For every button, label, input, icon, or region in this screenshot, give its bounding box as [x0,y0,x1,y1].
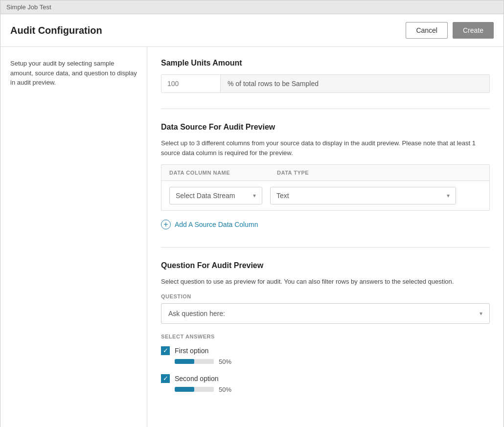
divider-1 [161,109,490,109]
answer-option-2: ✓ Second option 50% [161,374,490,393]
progress-bar-fill-2 [175,387,194,392]
progress-bar-fill-1 [175,359,194,364]
answer-label-2: Second option [175,375,219,382]
checkmark-icon-2: ✓ [163,375,168,382]
type-select-label: Text [276,192,289,200]
question-dropdown[interactable]: Ask question here: ▾ [161,303,490,324]
answer-label-1: First option [175,347,208,355]
progress-bar-bg-2 [175,387,214,392]
type-chevron-icon: ▾ [447,192,450,199]
stream-chevron-icon: ▾ [253,192,256,199]
question-section-desc: Select question to use as preview for au… [161,277,490,287]
answer-row-1: ✓ First option [161,346,490,355]
header: Audit Configuration Cancel Create [0,14,504,47]
question-label: QUESTION [161,293,490,299]
content-area: Setup your audit by selecting sample amo… [0,47,504,427]
progress-row-2: 50% [161,386,490,393]
data-source-section: Data Source For Audit Preview Select up … [161,123,490,231]
header-buttons: Cancel Create [406,22,494,39]
question-placeholder: Ask question here: [168,310,225,317]
add-column-button[interactable]: + Add A Source Data Column [161,218,490,231]
sample-amount-input[interactable] [161,75,220,92]
col-header-type: DATA TYPE [277,170,309,176]
stream-select-label: Select Data Stream [176,192,235,200]
answer-row-2: ✓ Second option [161,374,490,383]
page-title: Audit Configuration [10,25,102,36]
progress-bar-bg-1 [175,359,214,364]
sidebar: Setup your audit by selecting sample amo… [0,47,147,427]
top-bar: Simple Job Test [0,0,504,14]
sample-input-row: % of total rows to be Sampled [161,74,490,93]
stream-select[interactable]: Select Data Stream ▾ [169,187,262,204]
sample-units-title: Sample Units Amount [161,59,490,67]
cancel-button[interactable]: Cancel [406,22,448,39]
data-source-desc: Select up to 3 different columns from yo… [161,138,490,157]
main-content: Sample Units Amount % of total rows to b… [147,47,504,427]
table-data-row: Select Data Stream ▾ Text ▾ [161,181,489,210]
question-section: Question For Audit Preview Select questi… [161,261,490,393]
table-header: DATA COLUMN NAME DATA TYPE [161,165,489,181]
plus-circle-icon: + [161,220,171,229]
create-button[interactable]: Create [453,22,494,39]
add-column-label: Add A Source Data Column [175,221,258,228]
answer-option-1: ✓ First option 50% [161,346,490,365]
progress-pct-2: 50% [219,386,231,393]
col-header-name: DATA COLUMN NAME [169,170,267,176]
sample-units-section: Sample Units Amount % of total rows to b… [161,59,490,93]
progress-row-1: 50% [161,358,490,365]
progress-pct-1: 50% [219,358,231,365]
sample-unit-label: % of total rows to be Sampled [220,75,489,92]
app-container: Simple Job Test Audit Configuration Canc… [0,0,504,427]
checkmark-icon-1: ✓ [163,347,168,354]
data-source-table: DATA COLUMN NAME DATA TYPE Select Data S… [161,164,490,211]
sidebar-description: Setup your audit by selecting sample amo… [10,59,137,88]
divider-2 [161,247,490,247]
question-section-title: Question For Audit Preview [161,261,490,270]
answer-checkbox-1[interactable]: ✓ [161,346,170,355]
top-bar-label: Simple Job Test [6,3,51,11]
data-source-title: Data Source For Audit Preview [161,123,490,132]
type-select[interactable]: Text ▾ [270,187,456,204]
select-answers-label: SELECT ANSWERS [161,334,490,339]
question-chevron-icon: ▾ [480,310,482,317]
answer-checkbox-2[interactable]: ✓ [161,374,170,383]
